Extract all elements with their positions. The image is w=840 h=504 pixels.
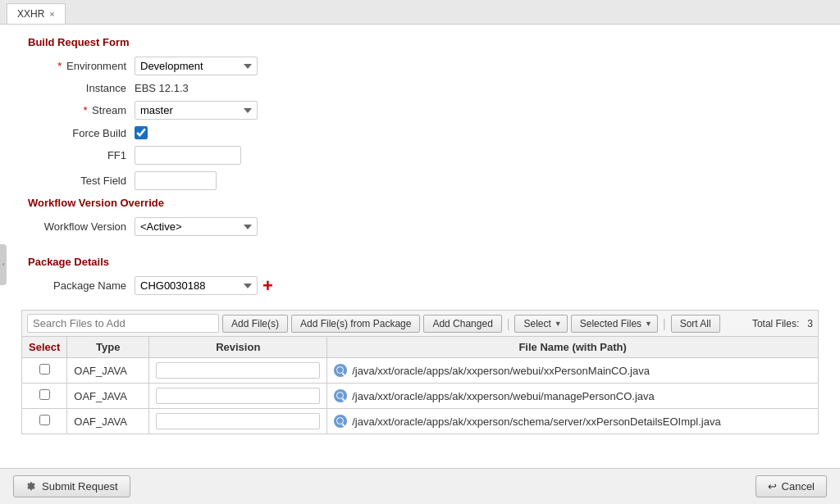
separator-1: | [507, 317, 510, 330]
workflow-version-row: Workflow Version <Active> [28, 217, 820, 236]
selected-files-dropdown-button[interactable]: Selected Files ▼ [571, 315, 658, 333]
test-field-label: Test Field [28, 175, 135, 187]
row-revision-cell [149, 358, 327, 384]
test-field-input[interactable] [135, 171, 217, 190]
table-header-row: Select Type Revision File Name (with Pat… [22, 337, 819, 358]
instance-label: Instance [28, 82, 135, 94]
row-filename-cell: /java/xxt/oracle/apps/ak/xxperson/schema… [327, 409, 819, 434]
row-checkbox-0[interactable] [39, 364, 50, 375]
row-checkbox-1[interactable] [39, 389, 50, 400]
file-table: Select Type Revision File Name (with Pat… [21, 336, 819, 434]
undo-icon: ↩ [768, 480, 777, 493]
page-wrapper: ‹ Build Request Form * Environment Devel… [0, 25, 840, 504]
workflow-version-label: Workflow Version [28, 220, 135, 233]
row-revision-cell [149, 409, 327, 434]
row-checkbox-2[interactable] [39, 415, 50, 425]
workflow-section-title: Workflow Version Override [28, 197, 820, 209]
test-field-row: Test Field [28, 171, 820, 190]
force-build-checkbox[interactable] [135, 126, 148, 139]
table-row: OAF_JAVA /java/xxt/oracle/apps/ak/xxpers… [22, 358, 819, 384]
package-name-label: Package Name [28, 279, 135, 292]
col-select: Select [22, 337, 67, 358]
file-table-area: Add File(s) Add File(s) from Package Add… [8, 310, 832, 441]
filename-search-icon-0[interactable] [334, 364, 347, 377]
stream-select[interactable]: master [135, 101, 258, 120]
row-revision-input-0[interactable] [156, 362, 320, 379]
row-checkbox-cell [22, 409, 67, 434]
cancel-button[interactable]: ↩ Cancel [756, 475, 827, 497]
workflow-version-select[interactable]: <Active> [135, 217, 258, 236]
file-toolbar: Add File(s) Add File(s) from Package Add… [21, 310, 819, 336]
row-checkbox-cell [22, 358, 67, 384]
row-type-cell: OAF_JAVA [67, 384, 149, 409]
table-row: OAF_JAVA /java/xxt/oracle/apps/ak/xxpers… [22, 409, 819, 434]
add-files-from-package-button[interactable]: Add File(s) from Package [291, 315, 420, 333]
add-package-button[interactable]: + [262, 277, 273, 295]
package-details-section: Package Details Package Name CHG0030188 … [8, 249, 840, 310]
row-type-cell: OAF_JAVA [67, 409, 149, 434]
filename-text-0: /java/xxt/oracle/apps/ak/xxperson/webui/… [352, 365, 650, 377]
ff1-label: FF1 [28, 149, 135, 161]
col-revision: Revision [149, 337, 327, 358]
form-section-title: Build Request Form [28, 36, 820, 48]
col-filename: File Name (with Path) [327, 337, 819, 358]
row-type-cell: OAF_JAVA [67, 358, 149, 384]
environment-select[interactable]: Development [135, 57, 258, 75]
xxhr-tab[interactable]: XXHR × [7, 3, 66, 24]
cancel-label: Cancel [782, 480, 815, 493]
force-build-label: Force Build [28, 127, 135, 139]
stream-row: * Stream master [28, 101, 820, 120]
row-filename-cell: /java/xxt/oracle/apps/ak/xxperson/webui/… [327, 358, 819, 384]
required-star: * [57, 60, 62, 72]
sort-all-button[interactable]: Sort All [671, 315, 720, 333]
ff1-row: FF1 [28, 146, 820, 165]
package-details-title: Package Details [28, 256, 820, 268]
package-name-row: Package Name CHG0030188 + [28, 276, 820, 295]
build-request-form: Build Request Form * Environment Develop… [8, 25, 840, 249]
tab-close-icon[interactable]: × [49, 9, 54, 19]
add-files-button[interactable]: Add File(s) [222, 315, 288, 333]
search-files-input[interactable] [27, 314, 219, 333]
gear-icon [25, 481, 37, 493]
instance-row: Instance EBS 12.1.3 [28, 82, 820, 94]
required-star-stream: * [83, 104, 87, 116]
package-name-select[interactable]: CHG0030188 [135, 276, 258, 295]
filename-search-icon-1[interactable] [334, 389, 347, 402]
filename-search-icon-2[interactable] [334, 415, 347, 428]
row-filename-cell: /java/xxt/oracle/apps/ak/xxperson/webui/… [327, 384, 819, 409]
filename-text-2: /java/xxt/oracle/apps/ak/xxperson/schema… [352, 415, 720, 428]
separator-2: | [663, 317, 666, 330]
total-files-label: Total Files: 3 [752, 318, 813, 329]
tab-label: XXHR [17, 8, 44, 20]
selected-files-dropdown-arrow: ▼ [645, 320, 652, 328]
submit-request-button[interactable]: Submit Request [13, 475, 130, 497]
select-dropdown-button[interactable]: Select ▼ [514, 315, 567, 333]
environment-row: * Environment Development [28, 57, 820, 75]
bottom-bar: Submit Request ↩ Cancel [0, 468, 840, 504]
tab-bar: XXHR × [0, 0, 840, 25]
stream-label: * Stream [28, 104, 135, 116]
row-revision-input-1[interactable] [156, 388, 320, 404]
environment-label: * Environment [28, 60, 135, 72]
ff1-input[interactable] [135, 146, 241, 165]
left-collapse-tab[interactable]: ‹ [0, 244, 7, 285]
instance-value: EBS 12.1.3 [135, 82, 189, 94]
row-checkbox-cell [22, 384, 67, 409]
force-build-row: Force Build [28, 126, 820, 139]
filename-text-1: /java/xxt/oracle/apps/ak/xxperson/webui/… [352, 390, 655, 402]
select-dropdown-arrow: ▼ [555, 320, 562, 328]
table-row: OAF_JAVA /java/xxt/oracle/apps/ak/xxpers… [22, 384, 819, 409]
row-revision-cell [149, 384, 327, 409]
col-type: Type [67, 337, 149, 358]
add-changed-button[interactable]: Add Changed [423, 315, 501, 333]
row-revision-input-2[interactable] [156, 413, 320, 429]
submit-request-label: Submit Request [42, 480, 118, 493]
